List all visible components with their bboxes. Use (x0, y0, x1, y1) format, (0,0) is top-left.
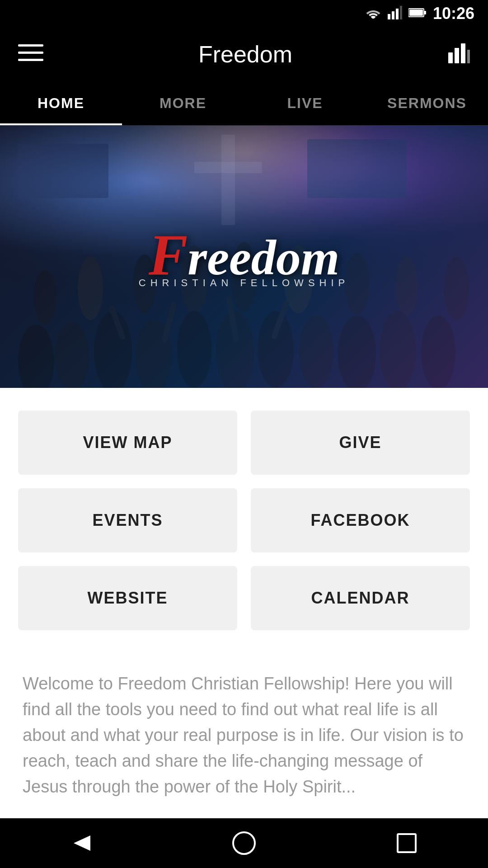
tab-sermons[interactable]: SERMONS (366, 81, 488, 125)
svg-point-37 (258, 311, 294, 388)
svg-rect-7 (18, 44, 43, 47)
status-icons: 10:26 (365, 4, 474, 23)
svg-rect-20 (221, 135, 235, 225)
welcome-text: Welcome to Freedom Christian Fellowship!… (23, 671, 465, 800)
status-time: 10:26 (433, 4, 474, 23)
svg-rect-12 (461, 43, 465, 63)
facebook-button[interactable]: FACEBOOK (251, 488, 470, 552)
give-button[interactable]: GIVE (251, 410, 470, 475)
svg-rect-8 (18, 52, 43, 54)
svg-point-38 (299, 316, 333, 388)
svg-rect-19 (307, 139, 407, 198)
status-bar: 10:26 (0, 0, 488, 27)
svg-rect-0 (388, 14, 390, 19)
app-title: Freedom (198, 41, 292, 68)
view-map-button[interactable]: VIEW MAP (18, 410, 237, 475)
svg-rect-13 (467, 50, 470, 63)
events-button[interactable]: EVENTS (18, 488, 237, 552)
svg-point-30 (444, 257, 469, 320)
svg-point-40 (380, 311, 416, 388)
svg-point-41 (421, 316, 455, 388)
recent-apps-button[interactable] (389, 825, 425, 861)
battery-icon (408, 8, 427, 19)
tab-live[interactable]: LIVE (244, 81, 366, 125)
hero-banner: Freedom CHRISTIAN FELLOWSHIP (0, 126, 488, 388)
bottom-navigation (0, 818, 488, 868)
description-section: Welcome to Freedom Christian Fellowship!… (0, 653, 488, 836)
hero-logo: Freedom CHRISTIAN FELLOWSHIP (139, 225, 349, 289)
svg-point-32 (55, 322, 89, 388)
wifi-icon (365, 6, 381, 22)
svg-point-22 (34, 270, 56, 325)
back-button[interactable] (63, 825, 99, 861)
svg-rect-11 (455, 48, 459, 63)
svg-point-23 (78, 257, 103, 320)
home-circle-icon (232, 831, 256, 855)
tab-more[interactable]: MORE (122, 81, 244, 125)
svg-rect-9 (18, 59, 43, 61)
svg-rect-6 (424, 11, 426, 14)
top-navigation: Freedom (0, 27, 488, 81)
svg-point-29 (395, 257, 418, 316)
hero-subtitle: CHRISTIAN FELLOWSHIP (139, 277, 349, 289)
tab-home[interactable]: HOME (0, 81, 122, 125)
svg-rect-2 (396, 9, 399, 19)
bar-chart-icon[interactable] (447, 43, 470, 65)
svg-marker-46 (74, 835, 90, 851)
signal-icon (388, 6, 402, 21)
home-button[interactable] (226, 825, 262, 861)
hamburger-menu-icon[interactable] (18, 42, 43, 66)
website-button[interactable]: WEBSITE (18, 566, 237, 630)
calendar-button[interactable]: CALENDAR (251, 566, 470, 630)
svg-rect-5 (409, 9, 423, 16)
svg-point-35 (177, 311, 211, 388)
svg-rect-18 (18, 144, 108, 198)
action-buttons-grid: VIEW MAP GIVE EVENTS FACEBOOK WEBSITE CA… (0, 388, 488, 653)
tab-bar: HOME MORE LIVE SERMONS (0, 81, 488, 126)
svg-rect-1 (392, 11, 394, 19)
svg-rect-21 (194, 162, 262, 173)
svg-rect-10 (448, 52, 453, 63)
recent-apps-icon (397, 833, 417, 853)
svg-rect-3 (400, 6, 402, 19)
